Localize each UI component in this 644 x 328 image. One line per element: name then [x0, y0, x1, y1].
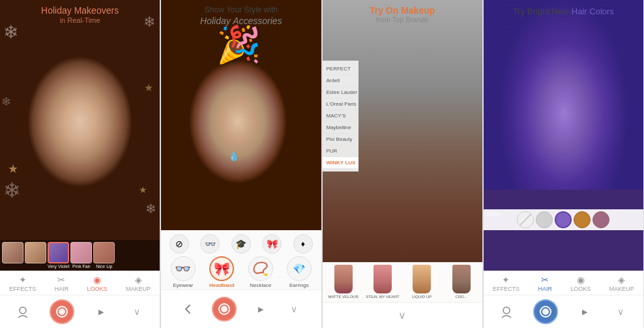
panel2-bottom-bar: ▶ ∨ [161, 290, 321, 328]
acc-eyewear[interactable]: 👓 Eyewear [171, 256, 196, 288]
hair-swatch-mauve[interactable] [593, 211, 609, 228]
brand-ardell[interactable]: Ardell [323, 75, 359, 87]
panel4-title-line1: Try Bright New [513, 7, 568, 16]
eyewear-label: Eyewear [173, 282, 193, 288]
panel1-bottom-bar: ✦ EFFECTS ✂ HAIR ◉ LOOKS ◈ MAKEUP [0, 271, 160, 328]
acc-headband[interactable]: 🎀 Headband [209, 256, 235, 288]
video-btn-1[interactable]: ▶ [92, 303, 110, 321]
hair-no-color[interactable] [517, 211, 534, 228]
back-btn-2[interactable] [179, 300, 198, 318]
panel4-title: Try Bright New Hair Colors [484, 0, 643, 22]
tab-effects-4[interactable]: ✦ EFFECTS [490, 274, 522, 293]
down-btn-2[interactable]: ∨ [285, 300, 303, 318]
video-btn-4[interactable]: ▶ [576, 303, 594, 321]
camera-btn-4[interactable] [533, 299, 558, 324]
video-icon-4: ▶ [582, 308, 587, 316]
star-3: ★ [144, 82, 153, 94]
panel-holiday-makeovers: ❄ ❄ ❄ ❄ ❄ ★ ★ ★ Holiday Makeovers in Rea… [0, 0, 160, 328]
down-icon-2: ∨ [291, 304, 297, 314]
brand-pur[interactable]: PUR [323, 145, 359, 157]
panel1-action-bar: ▶ ∨ [0, 295, 160, 328]
necklace-icon: 📿 [248, 256, 273, 281]
panel2-image: 🎉 Show Your Style with Holiday Accessori… [161, 0, 321, 290]
thumb-0[interactable] [2, 242, 23, 269]
brand-macys[interactable]: MACY'S [323, 110, 359, 122]
brand-pixi[interactable]: Pixi Beauty [323, 134, 359, 145]
thumb-2[interactable]: Very Violet [48, 242, 69, 269]
acc-necklace[interactable]: 📿 Necklace [248, 256, 273, 288]
acc-hat-small[interactable]: 🎓 [231, 234, 251, 254]
thumb-label-2: Very Violet [48, 264, 69, 269]
camera-icon-2 [218, 303, 231, 316]
necklace-label: Necklace [250, 282, 271, 288]
down-arrow-btn-1[interactable]: ∨ [128, 303, 146, 321]
acc-icons-row: ⊘ 👓 🎓 🎀 ♦ [164, 234, 318, 254]
video-icon-2: ▶ [258, 305, 263, 314]
acc-bow-small[interactable]: 🎀 [262, 234, 282, 254]
product-label-3: CRO... [455, 295, 467, 299]
face-selector-btn[interactable] [14, 303, 32, 321]
makeup-icon-4: ◈ [618, 275, 625, 284]
thumb-3[interactable]: Pink Fair [70, 242, 92, 269]
face-icon-4 [500, 305, 513, 318]
product-1[interactable]: STEAL MY HEART [364, 265, 401, 299]
tab-looks-1[interactable]: ◉ LOOKS [85, 274, 110, 293]
brand-perfect[interactable]: PERFECT [323, 63, 359, 75]
thumb-label-3: Pink Fair [72, 264, 91, 269]
product-3[interactable]: CRO... [443, 265, 479, 299]
hair-swatch-gray[interactable] [536, 211, 553, 228]
hair-swatch-purple[interactable] [555, 211, 572, 228]
product-img-3 [452, 265, 471, 293]
snowflake-3: ❄ [3, 178, 21, 203]
snowflake-4: ❄ [145, 201, 156, 216]
brand-loreal[interactable]: L'Oreal Paris [323, 98, 359, 110]
acc-labels-row: 👓 Eyewear 🎀 Headband 📿 Necklace 💎 Earrin… [164, 256, 318, 288]
headband-label: Headband [209, 282, 235, 288]
hair-icon-4: ✂ [541, 275, 549, 284]
brand-estee[interactable]: Estee Lauder [323, 87, 359, 98]
product-2[interactable]: LIQUID UP [403, 265, 440, 299]
panel1-bg [0, 0, 160, 271]
product-img-2 [413, 265, 431, 293]
tab-effects-1[interactable]: ✦ EFFECTS [7, 274, 38, 293]
brand-winky[interactable]: WINKY LUX [323, 157, 359, 169]
acc-misc-small[interactable]: ♦ [293, 234, 313, 254]
tab-makeup-4[interactable]: ◈ MAKEUP [607, 274, 637, 293]
camera-capture-btn[interactable] [50, 299, 74, 324]
tab-hair-1[interactable]: ✂ HAIR [52, 274, 72, 293]
panel-holiday-accessories: 🎉 Show Your Style with Holiday Accessori… [161, 0, 321, 328]
acc-earrings[interactable]: 💎 Earrings [287, 256, 312, 288]
video-btn-2[interactable]: ▶ [252, 300, 270, 318]
snowflake-5: ❄ [1, 95, 11, 109]
thumb-img-2 [48, 242, 69, 263]
tab-makeup-1[interactable]: ◈ MAKEUP [123, 274, 153, 293]
tab-hair-4[interactable]: ✂ HAIR [535, 274, 555, 293]
earrings-icon: 💎 [287, 256, 312, 281]
svg-point-4 [221, 306, 227, 312]
hair-swatch-gold[interactable] [574, 211, 591, 228]
panel3-image: Try On Makeup from Top Brands PERFECT Ar… [323, 0, 482, 302]
product-label-2: LIQUID UP [412, 295, 432, 299]
effects-icon-4: ✦ [502, 275, 510, 284]
thumb-4[interactable]: Nice Lip [93, 242, 115, 269]
product-0[interactable]: MATTE VELOUR [325, 265, 362, 299]
panel3-title: Try On Makeup from Top Brands [323, 0, 482, 29]
down-arrow-icon-1: ∨ [134, 306, 140, 317]
makeup-icon: ◈ [135, 275, 142, 284]
panel4-bottom-bar: ✦ EFFECTS ✂ HAIR ◉ LOOKS ◈ MAKEUP [484, 271, 643, 328]
camera-capture-icon [55, 305, 68, 318]
product-label-0: MATTE VELOUR [329, 295, 359, 299]
effects-icon: ✦ [19, 275, 27, 284]
thumb-1[interactable] [25, 242, 46, 269]
thumb-img-0 [2, 242, 23, 263]
camera-btn-2[interactable] [212, 297, 237, 321]
panel4-action-bar: ▶ ∨ [484, 295, 643, 328]
tab-looks-4[interactable]: ◉ LOOKS [568, 274, 593, 293]
acc-no-filter[interactable]: ⊘ [169, 234, 189, 254]
scroll-down-btn-3[interactable]: ∨ [398, 309, 406, 321]
acc-glasses-small[interactable]: 👓 [200, 234, 220, 254]
down-btn-4[interactable]: ∨ [611, 303, 630, 321]
face-gem: 💧 [228, 151, 239, 161]
brand-maybelline[interactable]: Maybelline [323, 122, 359, 134]
face-selector-btn-4[interactable] [497, 303, 516, 321]
